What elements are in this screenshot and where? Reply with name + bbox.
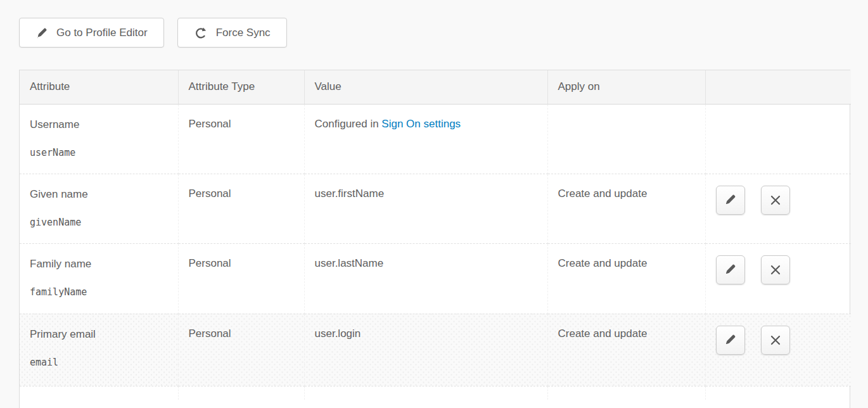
pencil-icon [724, 263, 737, 276]
table-row-primary-email: Primary email email Personal user.login … [20, 314, 851, 386]
attribute-variable-name: givenName [30, 216, 168, 229]
toolbar: Go to Profile Editor Force Sync [19, 18, 287, 48]
apply-on-cell: Create and update [547, 314, 705, 386]
pencil-icon [35, 27, 48, 39]
edit-attribute-button[interactable] [716, 186, 745, 215]
col-header-attribute-type: Attribute Type [178, 70, 304, 104]
delete-attribute-button[interactable] [761, 255, 790, 284]
col-header-apply-on: Apply on [547, 70, 705, 104]
sign-on-settings-link[interactable]: Sign On settings [381, 118, 461, 130]
table-header: Attribute Attribute Type Value Apply on [20, 70, 851, 104]
delete-attribute-button[interactable] [761, 186, 790, 215]
table-row-username: Username userName Personal Configured in… [20, 104, 851, 174]
attribute-type-cell: Personal [178, 174, 304, 243]
apply-on-cell: Create and update [547, 243, 705, 314]
go-to-profile-editor-label: Go to Profile Editor [56, 27, 148, 39]
col-header-value: Value [304, 70, 547, 104]
attribute-label: Family name [30, 257, 168, 271]
table-row-family-name: Family name familyName Personal user.las… [20, 243, 851, 314]
edit-attribute-button[interactable] [716, 326, 745, 355]
value-cell: user.firstName [304, 174, 547, 243]
delete-attribute-button[interactable] [761, 326, 790, 355]
close-icon [770, 335, 781, 346]
pencil-icon [724, 193, 737, 207]
attribute-label: Username [30, 118, 168, 131]
apply-on-cell: Create and update [547, 174, 705, 243]
attribute-mapping-table: Attribute Attribute Type Value Apply on … [19, 70, 850, 408]
pencil-icon [724, 333, 737, 347]
table-row-partial [20, 386, 851, 400]
value-prefix-text: Configured in [315, 118, 382, 130]
close-icon [770, 264, 781, 276]
go-to-profile-editor-button[interactable]: Go to Profile Editor [19, 18, 164, 48]
col-header-attribute: Attribute [20, 70, 178, 104]
force-sync-button[interactable]: Force Sync [177, 18, 287, 48]
attribute-type-cell: Personal [178, 243, 304, 314]
attribute-label: Primary email [30, 328, 168, 341]
close-icon [770, 194, 781, 206]
edit-attribute-button[interactable] [716, 255, 745, 284]
attribute-variable-name: email [30, 356, 168, 369]
value-cell: user.login [304, 314, 547, 386]
value-cell: Configured in Sign On settings [304, 104, 547, 174]
refresh-icon [194, 26, 208, 40]
apply-on-cell [547, 104, 705, 174]
attribute-variable-name: userName [30, 146, 168, 160]
attribute-type-cell: Personal [178, 314, 304, 386]
col-header-actions [705, 70, 851, 104]
attribute-type-cell: Personal [178, 104, 304, 174]
force-sync-label: Force Sync [216, 27, 271, 39]
table-row-given-name: Given name givenName Personal user.first… [20, 174, 851, 243]
attribute-variable-name: familyName [30, 286, 168, 299]
attribute-label: Given name [30, 188, 168, 201]
value-cell: user.lastName [304, 243, 547, 314]
